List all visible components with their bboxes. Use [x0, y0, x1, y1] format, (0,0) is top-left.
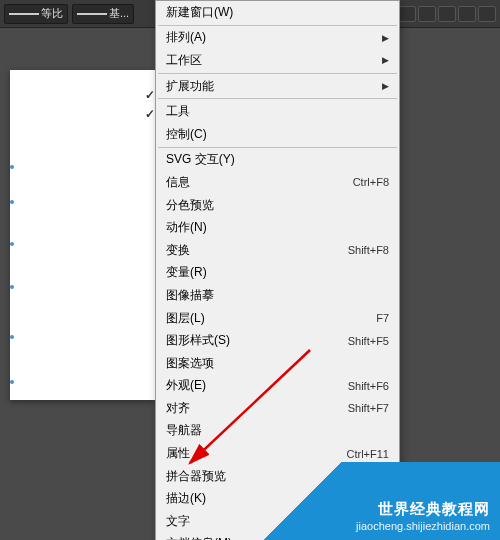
menu-item-label: 分色预览	[166, 197, 214, 214]
menu-item-8[interactable]: 分色预览	[156, 194, 399, 217]
submenu-arrow-icon: ▶	[382, 33, 389, 43]
menu-item-2[interactable]: 工作区▶	[156, 49, 399, 72]
menu-item-label: 变量(R)	[166, 264, 207, 281]
menu-item-label: 控制(C)	[166, 126, 207, 143]
window-menu: 新建窗口(W)排列(A)▶工作区▶扩展功能▶工具控制(C)SVG 交互(Y)信息…	[155, 0, 400, 540]
menu-item-label: 变换	[166, 242, 190, 259]
document-canvas[interactable]	[10, 70, 155, 400]
menu-item-label: 对齐	[166, 400, 190, 417]
stroke-dropdown-1[interactable]: 等比	[4, 4, 68, 24]
menu-item-3[interactable]: 扩展功能▶	[156, 75, 399, 98]
menu-item-label: 信息	[166, 174, 190, 191]
menu-item-shortcut: Shift+F8	[348, 244, 389, 256]
submenu-arrow-icon: ▶	[382, 55, 389, 65]
menu-item-label: 图像描摹	[166, 287, 214, 304]
menu-item-label: 图形样式(S)	[166, 332, 230, 349]
panel-icon-1[interactable]	[398, 6, 416, 22]
menu-item-shortcut: Shift+F6	[348, 380, 389, 392]
panel-icon-5[interactable]	[478, 6, 496, 22]
dropdown2-label: 基...	[109, 6, 129, 21]
stroke-dropdown-2[interactable]: 基...	[72, 4, 134, 24]
menu-item-shortcut: Shift+F7	[348, 402, 389, 414]
menu-item-0[interactable]: 新建窗口(W)	[156, 1, 399, 24]
menu-item-label: SVG 交互(Y)	[166, 151, 235, 168]
menu-item-label: 动作(N)	[166, 219, 207, 236]
menu-item-label: 排列(A)	[166, 29, 206, 46]
watermark: 世界经典教程网 jiaocheng.shijiezhidian.com	[240, 462, 500, 540]
menu-item-7[interactable]: 信息Ctrl+F8	[156, 171, 399, 194]
menu-item-17[interactable]: 对齐Shift+F7	[156, 397, 399, 420]
check-icon: ✓	[145, 107, 155, 121]
menu-separator	[158, 73, 397, 74]
menu-item-4[interactable]: 工具	[156, 100, 399, 123]
menu-separator	[158, 98, 397, 99]
check-icon: ✓	[145, 88, 155, 102]
menu-separator	[158, 147, 397, 148]
menu-item-13[interactable]: 图层(L)F7	[156, 307, 399, 330]
menu-item-shortcut: F7	[376, 312, 389, 324]
menu-item-shortcut: Ctrl+F11	[347, 448, 390, 460]
submenu-arrow-icon: ▶	[382, 81, 389, 91]
watermark-line2: jiaocheng.shijiezhidian.com	[356, 519, 490, 534]
menu-item-label: 图层(L)	[166, 310, 205, 327]
panel-icon-3[interactable]	[438, 6, 456, 22]
menu-item-1[interactable]: 排列(A)▶	[156, 27, 399, 50]
menu-item-6[interactable]: SVG 交互(Y)	[156, 149, 399, 172]
menu-item-label: 文档信息(M)	[166, 535, 232, 540]
dropdown1-label: 等比	[41, 6, 63, 21]
menu-item-label: 工具	[166, 103, 190, 120]
menu-item-label: 工作区	[166, 52, 202, 69]
menu-item-label: 图案选项	[166, 355, 214, 372]
panel-icon-4[interactable]	[458, 6, 476, 22]
menu-item-16[interactable]: 外观(E)Shift+F6	[156, 375, 399, 398]
menu-item-label: 扩展功能	[166, 78, 214, 95]
menu-item-15[interactable]: 图案选项	[156, 352, 399, 375]
panel-icon-2[interactable]	[418, 6, 436, 22]
menu-item-label: 描边(K)	[166, 490, 206, 507]
menu-item-12[interactable]: 图像描摹	[156, 284, 399, 307]
menu-item-shortcut: Ctrl+F8	[353, 176, 389, 188]
watermark-line1: 世界经典教程网	[356, 498, 490, 519]
menu-item-label: 属性	[166, 445, 190, 462]
menu-item-9[interactable]: 动作(N)	[156, 216, 399, 239]
menu-item-label: 外观(E)	[166, 377, 206, 394]
menu-item-10[interactable]: 变换Shift+F8	[156, 239, 399, 262]
menu-item-label: 新建窗口(W)	[166, 4, 233, 21]
menu-item-14[interactable]: 图形样式(S)Shift+F5	[156, 329, 399, 352]
menu-item-shortcut: Shift+F5	[348, 335, 389, 347]
menu-separator	[158, 25, 397, 26]
menu-item-11[interactable]: 变量(R)	[156, 262, 399, 285]
menu-item-label: 拼合器预览	[166, 468, 226, 485]
menu-item-label: 文字	[166, 513, 190, 530]
menu-item-18[interactable]: 导航器	[156, 420, 399, 443]
menu-item-label: 导航器	[166, 422, 202, 439]
menu-item-5[interactable]: 控制(C)	[156, 123, 399, 146]
